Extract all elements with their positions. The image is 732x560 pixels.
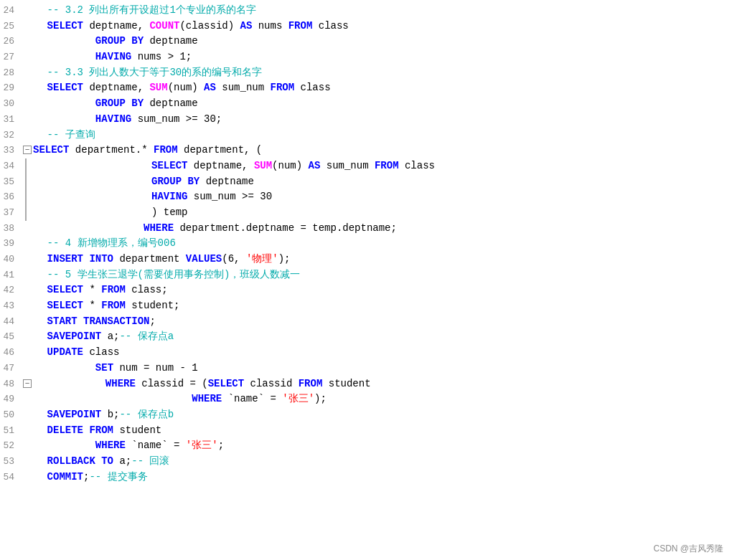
plain-token: (num) <box>272 160 308 171</box>
kw-token: HAVING <box>95 113 131 125</box>
plain-token <box>31 176 151 187</box>
line-number: 44 <box>0 315 23 329</box>
line-number: 37 <box>0 206 23 220</box>
line-number: 25 <box>0 19 23 34</box>
plain-token <box>23 424 47 436</box>
table-row: 43 SELECT * FROM student; <box>0 298 732 314</box>
plain-token: (classid) <box>179 20 240 32</box>
kw-token: WHERE <box>105 378 136 389</box>
line-content: DELETE FROM student <box>23 423 726 439</box>
plain-token: department.* <box>69 144 154 156</box>
plain-token: class <box>83 346 119 358</box>
plain-token <box>23 393 192 404</box>
plain-token <box>23 284 47 295</box>
cmt-token: -- 5 学生张三退学(需要使用事务控制)，班级人数减一 <box>47 269 301 280</box>
kw-token: SAVEPOINT <box>47 409 102 420</box>
watermark: CSDN @吉风秀隆 <box>653 542 723 556</box>
plain-token <box>23 4 47 16</box>
table-row: 24 -- 3.2 列出所有开设超过1个专业的系的名字 <box>0 3 732 19</box>
plain-token: a; <box>101 331 119 342</box>
kw-token: GROUP BY <box>95 35 144 47</box>
table-row: 49 WHERE `name` = '张三'); <box>0 391 732 407</box>
line-content: UPDATE class <box>23 345 726 361</box>
line-content: -- 5 学生张三退学(需要使用事务控制)，班级人数减一 <box>23 267 726 283</box>
line-number: 48 <box>0 377 23 391</box>
plain-token: student <box>322 378 370 389</box>
line-number: 24 <box>0 4 23 18</box>
table-row: 42 SELECT * FROM class; <box>0 283 732 298</box>
plain-token: deptname <box>144 35 198 47</box>
line-content: SET num = num - 1 <box>23 361 726 376</box>
kw-token: SELECT <box>47 82 83 93</box>
plain-token: class; <box>126 284 168 295</box>
kw-token: AS <box>309 160 321 171</box>
plain-token <box>23 113 95 125</box>
line-number: 28 <box>0 66 23 80</box>
plain-token: sum_num <box>216 82 271 93</box>
plain-token: ; <box>149 315 155 327</box>
table-row: 46 UPDATE class <box>0 345 732 361</box>
cmt-token: -- 3.3 列出人数大于等于30的系的编号和名字 <box>47 67 263 78</box>
cmt-token: -- 保存点b <box>119 409 174 420</box>
plain-token <box>23 253 47 265</box>
plain-token: student <box>113 424 161 436</box>
line-number: 51 <box>0 424 23 438</box>
bracket-indicator <box>25 205 31 221</box>
kw-token: AS <box>204 82 216 93</box>
cmt-token: -- 保存点a <box>119 331 174 342</box>
line-number: 49 <box>0 392 23 407</box>
bracket-indicator <box>25 174 31 190</box>
collapse-icon[interactable]: − <box>23 379 32 388</box>
plain-token: class <box>294 82 330 93</box>
line-content: WHERE department.deptname = temp.deptnam… <box>23 221 726 237</box>
plain-token: b; <box>101 409 119 420</box>
line-content: -- 3.3 列出人数大于等于30的系的编号和名字 <box>23 65 726 81</box>
line-number: 35 <box>0 175 23 189</box>
line-content: SAVEPOINT b;-- 保存点b <box>23 407 726 423</box>
table-row: 33−SELECT department.* FROM department, … <box>0 143 732 158</box>
code-editor: 24 -- 3.2 列出所有开设超过1个专业的系的名字25 SELECT dep… <box>0 0 732 560</box>
kw-token: ROLLBACK TO <box>47 455 113 467</box>
collapse-icon[interactable]: − <box>23 146 32 154</box>
table-row: 26 GROUP BY deptname <box>0 34 732 49</box>
table-row: 45 SAVEPOINT a;-- 保存点a <box>0 329 732 345</box>
line-number: 27 <box>0 50 23 65</box>
plain-token <box>31 160 151 171</box>
plain-token: sum_num >= 30; <box>131 113 222 125</box>
table-row: 32 -- 子查询 <box>0 128 732 143</box>
line-content: COMMIT;-- 提交事务 <box>23 470 726 485</box>
kw-token: AS <box>240 20 252 32</box>
line-number: 40 <box>0 252 23 267</box>
plain-token: deptname, <box>187 160 253 171</box>
plain-token: classid <box>244 378 299 389</box>
fn-token: SUM <box>254 160 272 171</box>
line-number: 41 <box>0 268 23 283</box>
line-number: 39 <box>0 237 23 251</box>
line-content: SELECT deptname, COUNT(classid) AS nums … <box>23 19 726 34</box>
line-number: 26 <box>0 34 23 49</box>
kw-token: WHERE <box>95 440 126 451</box>
table-row: 34 SELECT deptname, SUM(num) AS sum_num … <box>0 158 732 174</box>
plain-token: deptname <box>144 98 198 109</box>
kw-token: SAVEPOINT <box>47 331 102 342</box>
kw-token: HAVING <box>95 51 131 62</box>
line-number: 38 <box>0 222 23 236</box>
line-number: 32 <box>0 128 23 143</box>
kw-token: INSERT INTO <box>47 253 113 265</box>
line-number: 45 <box>0 330 23 344</box>
plain-token <box>23 237 47 249</box>
table-row: 31 HAVING sum_num >= 30; <box>0 112 732 128</box>
line-number: 29 <box>0 81 23 95</box>
line-content: ROLLBACK TO a;-- 回滚 <box>23 454 726 470</box>
plain-token <box>23 35 95 47</box>
kw-token: UPDATE <box>47 346 83 358</box>
cmt-token: -- 回滚 <box>131 455 169 467</box>
cmt-token: -- 提交事务 <box>89 471 147 483</box>
plain-token: ) temp <box>31 207 187 218</box>
plain-token: `name` = <box>126 440 186 451</box>
plain-token: ; <box>218 440 224 451</box>
plain-token <box>23 362 95 374</box>
table-row: 54 COMMIT;-- 提交事务 <box>0 470 732 485</box>
table-row: 28 -- 3.3 列出人数大于等于30的系的编号和名字 <box>0 65 732 81</box>
line-number: 31 <box>0 113 23 127</box>
